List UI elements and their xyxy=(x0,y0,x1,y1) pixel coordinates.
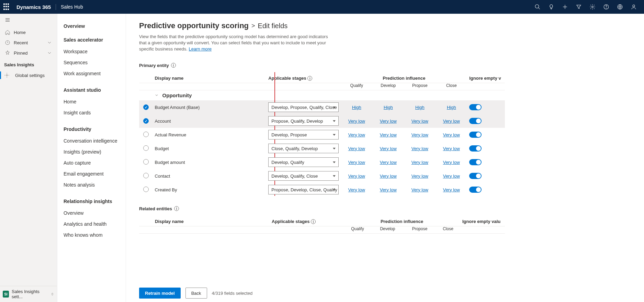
info-icon[interactable]: i xyxy=(171,63,176,68)
footer-actions: Retrain model Back 4/319 fields selected xyxy=(139,288,252,299)
row-select-radio[interactable] xyxy=(143,187,149,192)
prediction-influence-link[interactable]: Very low xyxy=(438,160,465,165)
prediction-influence-link[interactable]: Very low xyxy=(406,119,433,124)
prediction-influence-link[interactable]: Very low xyxy=(406,187,433,192)
prediction-influence-link[interactable]: Very low xyxy=(343,132,370,137)
nav2-heading[interactable]: Overview xyxy=(64,23,120,29)
nav2-link[interactable]: Sequences xyxy=(64,57,120,68)
prediction-influence-link[interactable]: Very low xyxy=(374,187,402,192)
prediction-influence-link[interactable]: Very low xyxy=(438,132,465,137)
nav2-link[interactable]: Email engagement xyxy=(64,168,120,179)
prediction-influence-link[interactable]: Very low xyxy=(343,174,370,179)
nav-pinned[interactable]: Pinned xyxy=(0,48,57,58)
applicable-stages-select[interactable]: Develop, Qualify xyxy=(268,157,339,167)
nav2-link[interactable]: Auto capture xyxy=(64,157,120,168)
group-row[interactable]: Opportunity xyxy=(139,90,505,101)
retrain-model-button[interactable]: Retrain model xyxy=(139,288,181,299)
prediction-influence-link[interactable]: Very low xyxy=(343,160,370,165)
nav-home[interactable]: Home xyxy=(0,27,57,37)
applicable-stages-select[interactable]: Propose, Develop, Close, Qualify xyxy=(268,185,339,194)
help-icon[interactable] xyxy=(599,0,613,14)
nav2-link[interactable]: Who knows whom xyxy=(64,230,120,241)
row-select-radio[interactable] xyxy=(143,118,149,124)
table-row: BudgetClose, Qualify, DevelopVery lowVer… xyxy=(139,142,505,155)
prediction-influence-link[interactable]: High xyxy=(438,105,465,110)
ignore-empty-toggle[interactable] xyxy=(469,104,482,110)
nav-recent[interactable]: Recent xyxy=(0,37,57,48)
prediction-influence-link[interactable]: Very low xyxy=(438,174,465,179)
row-select-radio[interactable] xyxy=(143,132,149,137)
prediction-influence-link[interactable]: Very low xyxy=(406,132,433,137)
table-row: Budget amountDevelop, QualifyVery lowVer… xyxy=(139,155,505,169)
secondary-nav: OverviewSales acceleratorWorkspaceSequen… xyxy=(57,14,126,302)
breadcrumb-main[interactable]: Predictive opportunity scoring xyxy=(139,21,249,30)
prediction-influence-link[interactable]: Very low xyxy=(438,146,465,151)
svg-point-4 xyxy=(592,6,594,8)
prediction-influence-link[interactable]: Very low xyxy=(406,146,433,151)
applicable-stages-select[interactable]: Close, Qualify, Develop xyxy=(268,144,339,153)
info-icon[interactable]: i xyxy=(311,219,316,224)
table-row: Created ByPropose, Develop, Close, Quali… xyxy=(139,183,505,196)
app-launcher-icon[interactable] xyxy=(3,3,10,10)
nav2-heading[interactable]: Sales accelerator xyxy=(64,37,120,43)
app-name-label[interactable]: Sales Hub xyxy=(56,4,83,10)
area-switcher[interactable]: SI Sales Insights sett... xyxy=(0,286,57,302)
back-button[interactable]: Back xyxy=(185,288,207,299)
assistant-icon[interactable] xyxy=(627,0,641,14)
prediction-influence-link[interactable]: Very low xyxy=(343,146,370,151)
app-switcher-icon[interactable] xyxy=(613,0,627,14)
prediction-influence-link[interactable]: Very low xyxy=(374,174,402,179)
prediction-influence-link[interactable]: High xyxy=(406,105,433,110)
prediction-influence-link[interactable]: High xyxy=(374,105,402,110)
applicable-stages-select[interactable]: Develop, Propose, Qualify, Close xyxy=(268,102,339,112)
ignore-empty-toggle[interactable] xyxy=(469,159,482,165)
applicable-stages-select[interactable]: Propose, Qualify, Develop xyxy=(268,116,339,126)
prediction-influence-link[interactable]: High xyxy=(343,105,370,110)
row-select-radio[interactable] xyxy=(143,104,149,110)
row-select-radio[interactable] xyxy=(143,145,149,151)
ignore-empty-toggle[interactable] xyxy=(469,132,482,138)
search-icon[interactable] xyxy=(531,0,544,14)
applicable-stages-select[interactable]: Develop, Propose xyxy=(268,130,339,139)
hamburger-icon[interactable] xyxy=(0,14,57,27)
ignore-empty-toggle[interactable] xyxy=(469,173,482,179)
row-select-radio[interactable] xyxy=(143,159,149,165)
ignore-empty-toggle[interactable] xyxy=(469,187,482,193)
prediction-influence-link[interactable]: Very low xyxy=(406,160,433,165)
lightbulb-icon[interactable] xyxy=(544,0,558,14)
nav2-heading[interactable]: Productivity xyxy=(64,126,120,132)
prediction-influence-link[interactable]: Very low xyxy=(374,146,402,151)
prediction-influence-link[interactable]: Very low xyxy=(374,132,402,137)
nav2-link[interactable]: Insights (preview) xyxy=(64,146,120,157)
prediction-influence-link[interactable]: Very low xyxy=(406,174,433,179)
prediction-influence-link[interactable]: Very low xyxy=(343,119,370,124)
nav2-link[interactable]: Work assignment xyxy=(64,68,120,79)
nav2-link[interactable]: Conversation intelligence xyxy=(64,135,120,146)
prediction-influence-link[interactable]: Very low xyxy=(374,160,402,165)
info-icon[interactable]: i xyxy=(307,76,312,81)
row-select-radio[interactable] xyxy=(143,173,149,178)
applicable-stages-select[interactable]: Develop, Qualify, Close xyxy=(268,171,339,181)
prediction-influence-link[interactable]: Very low xyxy=(343,187,370,192)
nav2-link[interactable]: Overview xyxy=(64,208,120,219)
learn-more-link[interactable]: Learn more xyxy=(189,46,212,52)
nav2-link[interactable]: Insight cards xyxy=(64,107,120,118)
nav2-link[interactable]: Workspace xyxy=(64,46,120,57)
info-icon[interactable]: i xyxy=(174,206,179,211)
nav2-heading[interactable]: Assistant studio xyxy=(64,87,120,93)
field-name-label: Budget Amount (Base) xyxy=(152,100,266,114)
nav2-heading[interactable]: Relationship insights xyxy=(64,199,120,204)
filter-icon[interactable] xyxy=(572,0,586,14)
nav2-link[interactable]: Home xyxy=(64,96,120,107)
add-icon[interactable] xyxy=(558,0,572,14)
nav2-link[interactable]: Analytics and health xyxy=(64,219,120,230)
prediction-influence-link[interactable]: Very low xyxy=(374,119,402,124)
table-row: AccountPropose, Qualify, DevelopVery low… xyxy=(139,114,505,128)
ignore-empty-toggle[interactable] xyxy=(469,145,482,152)
prediction-influence-link[interactable]: Very low xyxy=(438,119,465,124)
ignore-empty-toggle[interactable] xyxy=(469,118,482,124)
prediction-influence-link[interactable]: Very low xyxy=(438,187,465,192)
gear-icon[interactable] xyxy=(586,0,599,14)
nav-global-settings[interactable]: Global settings xyxy=(0,69,57,81)
nav2-link[interactable]: Notes analysis xyxy=(64,179,120,190)
